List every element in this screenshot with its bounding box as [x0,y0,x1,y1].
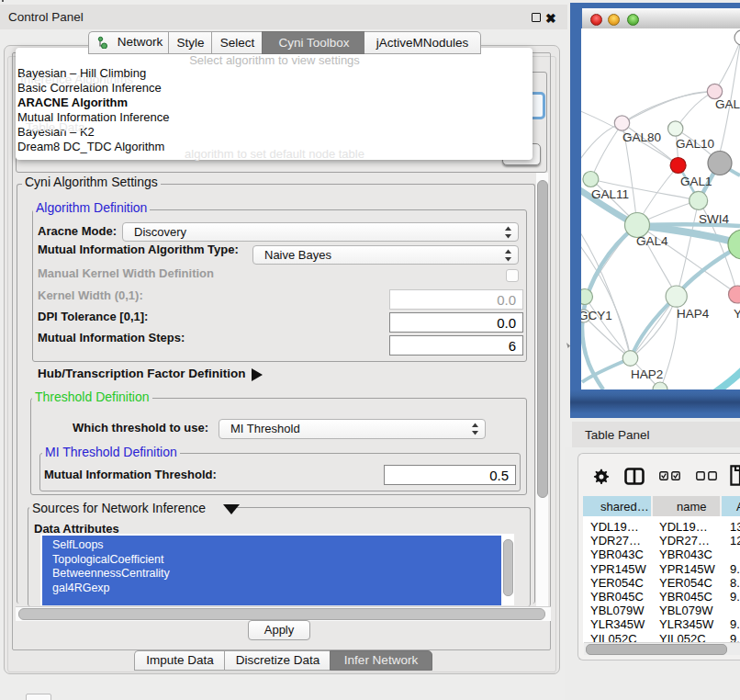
svg-text:GAL4: GAL4 [636,234,668,248]
svg-text:GCY1: GCY1 [581,309,612,322]
svg-text:Y: Y [734,307,740,321]
svg-text:GAL1: GAL1 [680,175,712,188]
svg-text:GAL80: GAL80 [622,130,661,144]
svg-text:HAP2: HAP2 [631,367,663,381]
svg-text:SWI4: SWI4 [699,212,729,226]
svg-text:GAL2: GAL2 [715,97,740,111]
svg-text:GAL10: GAL10 [676,137,714,151]
svg-text:HAP4: HAP4 [677,307,710,321]
svg-text:GAL11: GAL11 [591,187,629,201]
